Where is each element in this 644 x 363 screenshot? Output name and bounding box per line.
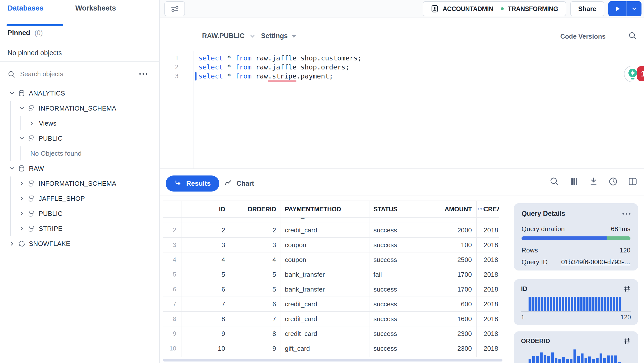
- table-cell[interactable]: 9: [230, 341, 281, 356]
- table-cell[interactable]: success: [369, 341, 420, 356]
- table-cell[interactable]: 2018: [477, 223, 499, 237]
- tab-databases[interactable]: Databases: [8, 4, 43, 12]
- table-cell[interactable]: credit_card: [281, 297, 369, 311]
- table-cell[interactable]: [281, 356, 369, 357]
- run-options-chevron-icon[interactable]: [627, 1, 641, 16]
- table-cell[interactable]: success: [369, 312, 420, 326]
- table-cell[interactable]: 9: [181, 326, 230, 341]
- table-cell[interactable]: 7: [181, 297, 230, 311]
- table-cell[interactable]: 2018: [477, 282, 499, 297]
- table-cell[interactable]: 2500: [420, 252, 477, 267]
- table-cell[interactable]: 8: [230, 326, 281, 341]
- table-cell[interactable]: [369, 356, 420, 357]
- table-cell[interactable]: 10: [181, 341, 230, 356]
- table-cell[interactable]: success: [369, 297, 420, 311]
- filters-button[interactable]: [164, 1, 185, 16]
- tree-item-public[interactable]: PUBLIC: [0, 206, 160, 221]
- table-cell[interactable]: 100: [420, 238, 477, 252]
- table-cell[interactable]: coupon: [281, 252, 369, 267]
- table-row[interactable]: [163, 356, 499, 357]
- tree-item-analytics[interactable]: ANALYTICS: [0, 86, 160, 101]
- table-cell[interactable]: [230, 356, 281, 357]
- column-header-orderid[interactable]: ORDERID: [230, 201, 281, 217]
- row-number[interactable]: [163, 356, 181, 357]
- table-cell[interactable]: 5: [181, 267, 230, 282]
- table-cell[interactable]: 2018: [477, 341, 499, 356]
- table-cell[interactable]: success: [369, 282, 420, 297]
- table-cell[interactable]: 1600: [420, 312, 477, 326]
- table-cell[interactable]: 2300: [420, 326, 477, 341]
- panel-divider[interactable]: [504, 199, 504, 363]
- row-number[interactable]: 4: [163, 252, 181, 267]
- table-cell[interactable]: 600: [420, 297, 477, 311]
- tab-chart[interactable]: Chart: [224, 175, 254, 192]
- code-line[interactable]: 2select * from raw.jaffle_shop.orders;: [160, 63, 644, 72]
- play-icon[interactable]: [608, 1, 627, 16]
- tree-item-stripe[interactable]: STRIPE: [0, 221, 160, 236]
- column-header-paymentmethod[interactable]: PAYMENTMETHOD: [281, 201, 369, 217]
- table-row[interactable]: 333couponsuccess1002018: [163, 238, 499, 252]
- table-cell[interactable]: coupon: [281, 238, 369, 252]
- table-cell[interactable]: 6: [230, 297, 281, 311]
- row-number[interactable]: 8: [163, 312, 181, 326]
- table-cell[interactable]: 5: [230, 282, 281, 297]
- table-cell[interactable]: 2: [230, 223, 281, 237]
- table-row[interactable]: 444couponsuccess25002018: [163, 252, 499, 267]
- table-row[interactable]: 998credit_cardsuccess23002018: [163, 326, 499, 341]
- table-cell[interactable]: 2018: [477, 297, 499, 311]
- table-row[interactable]: 887credit_cardsuccess16002018: [163, 312, 499, 326]
- tab-results[interactable]: Results: [166, 175, 219, 192]
- horizontal-scrollbar[interactable]: [163, 359, 502, 361]
- results-search-icon[interactable]: [549, 176, 559, 187]
- database-context-selector[interactable]: RAW.PUBLIC: [202, 32, 256, 40]
- table-row[interactable]: 665bank_transfersuccess17002018: [163, 282, 499, 297]
- tree-item-views[interactable]: Views: [0, 116, 160, 131]
- table-row[interactable]: 776credit_cardsuccess6002018: [163, 297, 499, 312]
- history-clock-icon[interactable]: [608, 176, 618, 187]
- row-number[interactable]: 7: [163, 297, 181, 311]
- table-cell[interactable]: success: [369, 252, 420, 267]
- tree-item-information-schema[interactable]: INFORMATION_SCHEMA: [0, 101, 160, 116]
- editor-search-icon[interactable]: [628, 31, 637, 41]
- table-cell[interactable]: 3: [230, 238, 281, 252]
- table-cell[interactable]: 2000: [420, 223, 477, 237]
- column-header-status[interactable]: STATUS: [369, 201, 420, 217]
- download-icon[interactable]: [589, 176, 599, 187]
- context-pill[interactable]: ACCOUNTADMIN TRANSFORMING: [423, 1, 566, 16]
- table-cell[interactable]: credit_card: [281, 326, 369, 341]
- table-cell[interactable]: fail: [369, 267, 420, 282]
- table-cell[interactable]: 4: [181, 252, 230, 267]
- table-cell[interactable]: bank_transfer: [281, 267, 369, 282]
- table-cell[interactable]: 4: [230, 252, 281, 267]
- table-cell[interactable]: 6: [181, 282, 230, 297]
- row-number[interactable]: 2: [163, 223, 181, 237]
- table-cell[interactable]: success: [369, 238, 420, 252]
- code-versions-link[interactable]: Code Versions: [560, 33, 606, 40]
- run-button[interactable]: [608, 1, 641, 16]
- table-cell[interactable]: 2018: [477, 252, 499, 267]
- row-number[interactable]: 9: [163, 326, 181, 341]
- table-cell[interactable]: 2: [181, 223, 230, 237]
- table-cell[interactable]: 2300: [420, 341, 477, 356]
- column-header-id[interactable]: ID: [181, 201, 230, 217]
- table-cell[interactable]: success: [369, 223, 420, 237]
- row-number[interactable]: 5: [163, 267, 181, 282]
- table-cell[interactable]: 1700: [420, 282, 477, 297]
- share-button[interactable]: Share: [570, 1, 604, 16]
- table-cell[interactable]: credit_card: [281, 223, 369, 237]
- error-count-badge[interactable]: 1: [637, 66, 644, 81]
- table-row[interactable]: 10109gift_cardsuccess23002018: [163, 341, 499, 356]
- table-cell[interactable]: 3: [181, 238, 230, 252]
- table-cell[interactable]: [477, 356, 499, 357]
- table-cell[interactable]: [420, 356, 477, 357]
- table-cell[interactable]: 2018: [477, 326, 499, 341]
- table-row[interactable]: 555bank_transferfail17002018: [163, 267, 499, 282]
- tree-item-public[interactable]: PUBLIC: [0, 131, 160, 146]
- code-line[interactable]: 1select * from raw.jaffle_shop.customers…: [160, 54, 644, 63]
- settings-dropdown[interactable]: Settings: [261, 32, 296, 40]
- row-number[interactable]: 3: [163, 238, 181, 252]
- tree-item-raw[interactable]: RAW: [0, 161, 160, 176]
- table-cell[interactable]: 5: [230, 267, 281, 282]
- table-cell[interactable]: 1700: [420, 267, 477, 282]
- table-cell[interactable]: gift_card: [281, 341, 369, 356]
